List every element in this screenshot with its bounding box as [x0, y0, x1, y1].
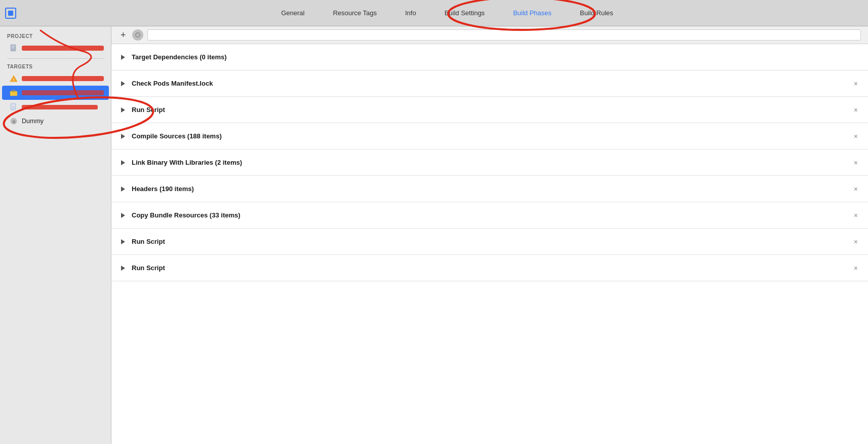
phase-name-run-script-3: Run Script	[132, 264, 852, 272]
dummy-label: Dummy	[22, 118, 104, 125]
svg-rect-3	[12, 48, 14, 48]
project-icon	[5, 8, 16, 19]
close-compile-sources[interactable]: ×	[852, 132, 860, 141]
tab-build-settings[interactable]: Build Settings	[430, 6, 499, 20]
warning-icon: !	[9, 74, 18, 83]
phase-name-compile-sources: Compile Sources (188 items)	[132, 132, 852, 140]
svg-rect-11	[12, 105, 15, 106]
svg-rect-7	[12, 90, 15, 92]
filter-button[interactable]	[132, 29, 143, 41]
close-headers[interactable]: ×	[852, 184, 860, 194]
tab-bar: General Resource Tags Info Build Setting…	[0, 0, 868, 26]
phase-name-target-deps: Target Dependencies (0 items)	[132, 53, 860, 61]
filter-input[interactable]	[147, 29, 861, 41]
sidebar-item-target-2-selected[interactable]	[2, 86, 109, 100]
add-phase-button[interactable]: +	[119, 29, 128, 41]
sidebar: PROJECT TARGETS !	[0, 26, 111, 444]
svg-text:⚙: ⚙	[12, 120, 16, 124]
phase-row-run-script-1[interactable]: Run Script ×	[111, 97, 868, 123]
disclosure-triangle-check-pods	[120, 80, 127, 87]
phase-name-copy-bundle: Copy Bundle Resources (33 items)	[132, 211, 852, 219]
sidebar-item-target-1[interactable]: !	[2, 71, 109, 86]
close-run-script-2[interactable]: ×	[852, 237, 860, 246]
phase-row-compile-sources[interactable]: Compile Sources (188 items) ×	[111, 123, 868, 150]
content-area: + Target Dependencies (0 items)	[111, 26, 868, 444]
phase-name-headers: Headers (190 items)	[132, 185, 852, 193]
phase-name-run-script-2: Run Script	[132, 238, 852, 245]
svg-rect-2	[12, 47, 15, 47]
close-run-script-1[interactable]: ×	[852, 105, 860, 115]
sidebar-item-project[interactable]	[2, 41, 109, 55]
phase-name-link-binary: Link Binary With Libraries (2 items)	[132, 159, 852, 166]
disclosure-triangle-run-script-1	[120, 106, 127, 114]
tab-build-rules[interactable]: Build Rules	[566, 6, 627, 20]
disclosure-triangle-copy-bundle	[120, 212, 127, 219]
disclosure-triangle-target-deps	[120, 54, 127, 61]
redacted-target-1-name	[22, 76, 104, 81]
phase-row-target-deps[interactable]: Target Dependencies (0 items)	[111, 44, 868, 70]
close-check-pods[interactable]: ×	[852, 79, 860, 88]
phase-row-check-pods[interactable]: Check Pods Manifest.lock ×	[111, 70, 868, 97]
redacted-target-3-name	[22, 105, 98, 109]
phase-row-headers[interactable]: Headers (190 items) ×	[111, 176, 868, 202]
tab-items: General Resource Tags Info Build Setting…	[31, 6, 863, 20]
sidebar-item-target-3[interactable]	[2, 100, 109, 114]
disclosure-triangle-link-binary	[120, 159, 127, 166]
project-section-label: PROJECT	[0, 31, 111, 41]
redacted-project-name	[22, 46, 104, 51]
phase-name-check-pods: Check Pods Manifest.lock	[132, 80, 852, 87]
redacted-target-2-name	[22, 90, 104, 95]
close-link-binary[interactable]: ×	[852, 158, 860, 167]
project-file-icon	[9, 44, 18, 53]
build-phases-list: Target Dependencies (0 items) Check Pods…	[111, 44, 868, 444]
sidebar-item-dummy[interactable]: ⚙ Dummy	[2, 114, 109, 128]
tab-build-phases[interactable]: Build Phases	[499, 6, 566, 20]
close-copy-bundle[interactable]: ×	[852, 211, 860, 220]
disclosure-triangle-compile-sources	[120, 133, 127, 140]
svg-text:!: !	[13, 78, 15, 82]
disclosure-triangle-run-script-2	[120, 238, 127, 245]
svg-rect-10	[12, 104, 15, 105]
targets-section-label: TARGETS	[0, 62, 111, 71]
svg-rect-1	[12, 46, 15, 46]
disclosure-triangle-headers	[120, 186, 127, 193]
main-layout: PROJECT TARGETS !	[0, 26, 868, 444]
tab-info[interactable]: Info	[391, 6, 430, 20]
phase-row-copy-bundle[interactable]: Copy Bundle Resources (33 items) ×	[111, 202, 868, 229]
briefcase-icon	[9, 88, 18, 97]
svg-point-15	[136, 33, 139, 37]
close-run-script-3[interactable]: ×	[852, 264, 860, 273]
phase-row-run-script-3[interactable]: Run Script ×	[111, 255, 868, 281]
disclosure-triangle-run-script-3	[120, 265, 127, 272]
sidebar-divider-1	[7, 58, 104, 59]
phase-row-link-binary[interactable]: Link Binary With Libraries (2 items) ×	[111, 150, 868, 176]
phase-name-run-script-1: Run Script	[132, 106, 852, 114]
dummy-icon: ⚙	[9, 117, 18, 126]
tab-resource-tags[interactable]: Resource Tags	[319, 6, 390, 20]
file-icon	[9, 102, 18, 112]
tab-general[interactable]: General	[267, 6, 319, 20]
content-toolbar: +	[111, 26, 868, 44]
phase-row-run-script-2[interactable]: Run Script ×	[111, 229, 868, 255]
sidebar-toggle[interactable]	[5, 8, 26, 19]
svg-rect-9	[11, 103, 16, 110]
